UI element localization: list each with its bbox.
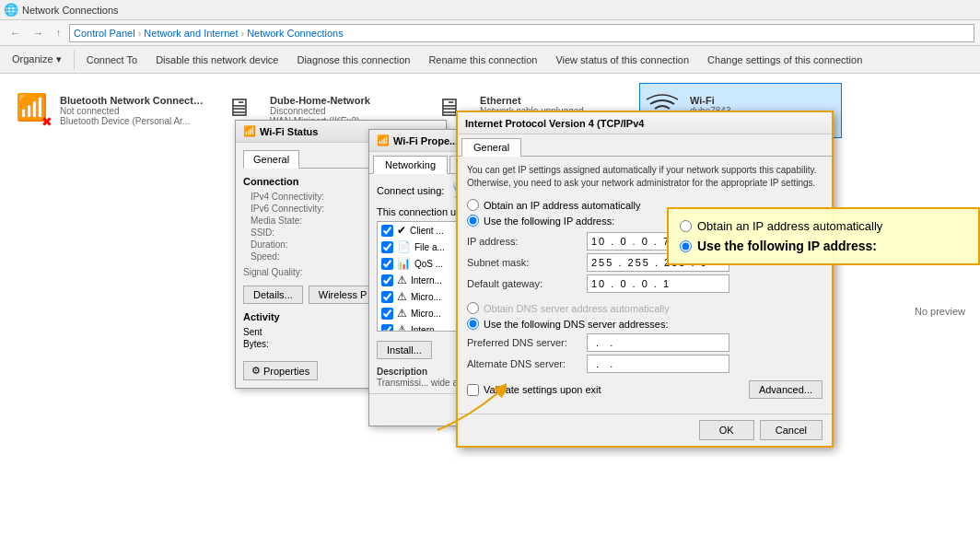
ip-description: You can get IP settings assigned automat… — [467, 164, 822, 190]
network-item-bluetooth[interactable]: 📶 ✖ Bluetooth Network Connection Not con… — [9, 83, 212, 138]
bluetooth-status: Not connected — [60, 106, 205, 116]
connect-to-button[interactable]: Connect To — [78, 49, 146, 71]
subnet-mask-label: Subnet mask: — [467, 257, 587, 268]
manual-dns-radio-row: Use the following DNS server addresses: — [467, 318, 822, 330]
ip-fields-group: IP address: Subnet mask: Default gateway… — [467, 232, 822, 293]
network-items-area: 📶 ✖ Bluetooth Network Connection Not con… — [0, 74, 980, 548]
conn-check-file[interactable] — [381, 241, 393, 253]
auto-dns-label: Obtain DNS server address automatically — [484, 303, 670, 314]
default-gateway-row: Default gateway: — [467, 274, 822, 293]
bytes-label: Bytes: — [243, 339, 269, 349]
conn-check-qos[interactable] — [381, 258, 393, 270]
preferred-dns-row: Preferred DNS server: — [467, 333, 822, 352]
error-badge-bluetooth: ✖ — [41, 114, 52, 129]
rename-button[interactable]: Rename this connection — [420, 49, 545, 71]
manual-dns-radio[interactable] — [467, 318, 479, 330]
ip-dialog-title: Internet Protocol Version 4 (TCP/IPv4 — [465, 118, 644, 129]
conn-label-qos: QoS ... — [414, 259, 443, 269]
dns-section: Obtain DNS server address automatically … — [467, 302, 822, 373]
address-bar: ← → ↑ Control Panel › Network and Intern… — [0, 20, 980, 46]
breadcrumb-network-internet[interactable]: Network and Internet — [144, 28, 238, 39]
organize-button[interactable]: Organize ▾ — [4, 49, 70, 71]
window-icon: 🌐 — [4, 3, 18, 17]
wifi-status-icon: 📶 — [243, 125, 256, 137]
no-preview: No preview — [915, 306, 965, 317]
subnet-mask-input[interactable] — [587, 253, 729, 272]
conn-label-file: File a... — [414, 242, 445, 252]
ip-dialog-footer: OK Cancel — [458, 414, 832, 446]
auto-dns-radio[interactable] — [467, 302, 479, 314]
ip-tab-general[interactable]: General — [461, 138, 521, 157]
toolbar-separator-1 — [74, 51, 75, 69]
conn-icon-client: ✔ — [397, 224, 406, 237]
wifi-name: Wi-Fi — [690, 95, 835, 106]
alternate-dns-input[interactable] — [587, 355, 729, 373]
connect-using-label: Connect using: — [377, 185, 444, 196]
ethernet-name: Ethernet — [480, 95, 625, 106]
wifi-status-tab-general[interactable]: General — [243, 150, 299, 169]
wireless-properties-button[interactable]: Wireless P — [309, 286, 378, 304]
ip-dialog-titlebar: Internet Protocol Version 4 (TCP/IPv4 — [458, 112, 832, 134]
auto-ip-radio[interactable] — [467, 199, 479, 211]
wifi-properties-button[interactable]: ⚙ Properties — [243, 361, 318, 380]
toolbar: Organize ▾ Connect To Disable this netwo… — [0, 46, 980, 74]
title-bar: 🌐 Network Connections — [0, 0, 980, 20]
speed-label: Speed: — [251, 251, 343, 262]
breadcrumb: Control Panel › Network and Internet › N… — [69, 24, 974, 42]
wifi-props-icon: 📶 — [377, 134, 390, 146]
ssid-label: SSID: — [251, 227, 343, 238]
validate-checkbox[interactable] — [467, 384, 479, 396]
conn-check-internet2[interactable] — [381, 324, 393, 332]
wifi-props-tab-networking[interactable]: Networking — [373, 156, 448, 174]
manual-ip-radio[interactable] — [467, 215, 479, 227]
ipv4-label: IPv4 Connectivity: — [251, 192, 343, 202]
duration-label: Duration: — [251, 239, 343, 250]
conn-icon-micro1: ⚠ — [397, 290, 407, 303]
bluetooth-adapter: Bluetooth Device (Personal Ar... — [60, 116, 205, 126]
auto-ip-label: Obtain an IP address automatically — [484, 200, 640, 211]
advanced-button[interactable]: Advanced... — [749, 380, 822, 399]
conn-check-internet[interactable] — [381, 274, 393, 286]
manual-ip-radio-row: Use the following IP address: — [467, 215, 822, 227]
wifi-props-title: Wi-Fi Prope... — [393, 135, 458, 146]
alternate-dns-row: Alternate DNS server: — [467, 355, 822, 373]
disable-network-button[interactable]: Disable this network device — [147, 49, 286, 71]
conn-check-micro1[interactable] — [381, 291, 393, 303]
details-button[interactable]: Details... — [243, 286, 303, 304]
breadcrumb-network-connections[interactable]: Network Connections — [247, 28, 344, 39]
conn-check-client[interactable] — [381, 225, 393, 237]
view-status-button[interactable]: View status of this connection — [547, 49, 697, 71]
forward-button[interactable]: → — [29, 26, 48, 41]
conn-label-internet2: Intern... — [411, 325, 442, 332]
change-settings-button[interactable]: Change settings of this connection — [699, 49, 870, 71]
conn-icon-micro2: ⚠ — [397, 307, 407, 320]
auto-dns-radio-row: Obtain DNS server address automatically — [467, 302, 822, 314]
vpn-status: Disconnected — [270, 106, 415, 116]
subnet-mask-row: Subnet mask: — [467, 253, 822, 272]
auto-ip-radio-row: Obtain an IP address automatically — [467, 199, 822, 211]
properties-label: Properties — [263, 366, 309, 377]
bluetooth-icon: 📶 ✖ — [16, 92, 52, 129]
ip-settings-dialog[interactable]: Internet Protocol Version 4 (TCP/IPv4 Ge… — [456, 111, 834, 448]
preferred-dns-input[interactable] — [587, 333, 729, 352]
validate-row: Validate settings upon exit Advanced... — [467, 380, 822, 399]
ip-dialog-tabs: General — [458, 134, 832, 157]
conn-check-micro2[interactable] — [381, 308, 393, 320]
diagnose-button[interactable]: Diagnose this connection — [288, 49, 418, 71]
ipv6-label: IPv6 Connectivity: — [251, 204, 343, 214]
default-gateway-input[interactable] — [587, 274, 729, 293]
manual-ip-label: Use the following IP address: — [484, 216, 614, 227]
ip-ok-button[interactable]: OK — [699, 420, 754, 440]
main-content: 📶 ✖ Bluetooth Network Connection Not con… — [0, 74, 980, 548]
install-button[interactable]: Install... — [377, 341, 432, 359]
vpn-name: Dube-Home-Network — [270, 95, 415, 106]
wifi-status-title: Wi-Fi Status — [260, 126, 318, 137]
up-button[interactable]: ↑ — [52, 26, 65, 40]
back-button[interactable]: ← — [6, 26, 25, 41]
ip-address-input[interactable] — [587, 232, 729, 251]
breadcrumb-control-panel[interactable]: Control Panel — [74, 28, 135, 39]
conn-icon-internet: ⚠ — [397, 274, 407, 286]
conn-label-micro2: Micro... — [411, 309, 441, 319]
ip-cancel-button[interactable]: Cancel — [760, 420, 822, 440]
window-title: Network Connections — [22, 5, 119, 16]
